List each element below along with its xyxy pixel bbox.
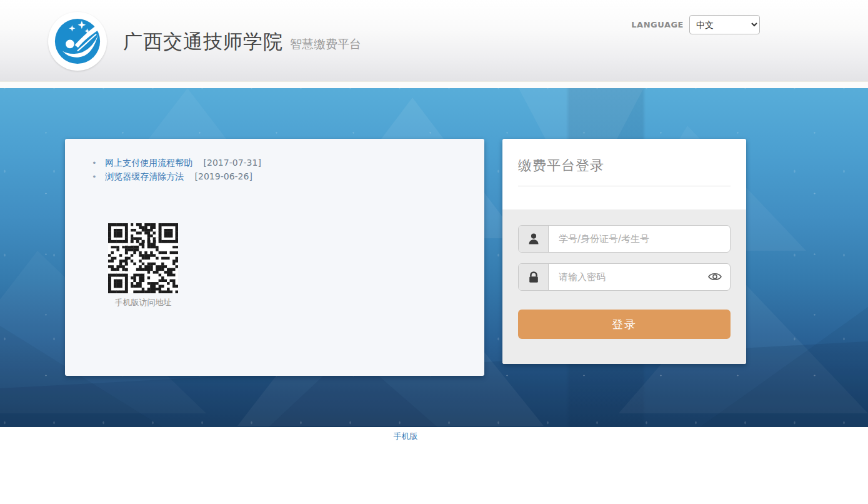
- header-bar: 广西交通技师学院 智慧缴费平台 LANGUAGE 中文: [0, 0, 868, 81]
- language-area: LANGUAGE 中文: [631, 15, 760, 34]
- header-divider-strip: [0, 81, 868, 88]
- login-title: 缴费平台登录: [518, 156, 731, 175]
- school-logo-swirl-icon: [51, 14, 104, 68]
- notice-item: • 网上支付使用流程帮助 [2017-07-31]: [92, 156, 484, 170]
- login-form: 登录: [502, 209, 746, 364]
- notice-item: • 浏览器缓存清除方法 [2019-06-26]: [92, 170, 484, 184]
- login-card: 缴费平台登录: [502, 139, 746, 364]
- notices-card: • 网上支付使用流程帮助 [2017-07-31] • 浏览器缓存清除方法 [2…: [65, 139, 484, 376]
- notice-list: • 网上支付使用流程帮助 [2017-07-31] • 浏览器缓存清除方法 [2…: [65, 139, 484, 183]
- password-input-group: [518, 263, 731, 291]
- username-input[interactable]: [549, 226, 730, 252]
- eye-icon: [707, 271, 722, 282]
- footer-inner: 手机版: [65, 427, 746, 442]
- payment-platform-login-page: 广西交通技师学院 智慧缴费平台 LANGUAGE 中文: [0, 0, 868, 504]
- notice-date: [2017-07-31]: [204, 158, 261, 168]
- login-button[interactable]: 登录: [518, 310, 731, 339]
- platform-name: 智慧缴费平台: [290, 36, 361, 53]
- login-header: 缴费平台登录: [502, 139, 746, 186]
- school-logo: [48, 12, 107, 71]
- qr-caption: 手机版访问地址: [108, 297, 178, 308]
- username-input-group: [518, 225, 731, 253]
- notice-link-payment-help[interactable]: 网上支付使用流程帮助: [105, 158, 192, 168]
- language-label: LANGUAGE: [631, 20, 684, 29]
- bullet-icon: •: [92, 172, 97, 181]
- language-select[interactable]: 中文: [689, 15, 760, 34]
- login-title-divider: [518, 186, 731, 186]
- bullet-icon: •: [92, 158, 97, 168]
- user-icon: [519, 226, 549, 252]
- school-name: 广西交通技师学院: [123, 29, 283, 55]
- notice-date: [2019-06-26]: [195, 171, 252, 181]
- lock-icon: [519, 264, 549, 290]
- notice-link-cache-clear[interactable]: 浏览器缓存清除方法: [105, 171, 184, 181]
- brand: 广西交通技师学院 智慧缴费平台: [123, 29, 361, 55]
- password-input[interactable]: [549, 264, 730, 290]
- mobile-version-link[interactable]: 手机版: [394, 431, 418, 441]
- footer: 手机版: [0, 427, 868, 504]
- qr-block: 手机版访问地址: [108, 223, 178, 308]
- password-visibility-toggle[interactable]: [707, 271, 722, 283]
- qr-code: [108, 223, 178, 293]
